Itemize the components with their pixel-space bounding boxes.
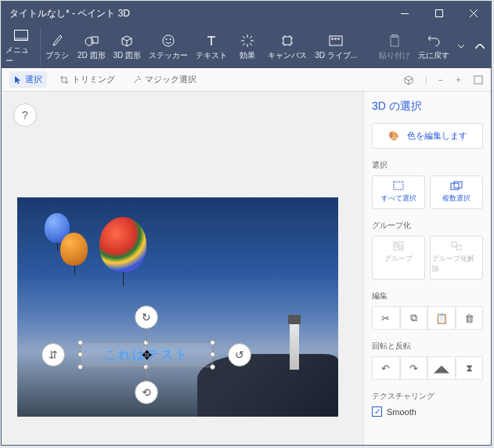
ribbon-effects[interactable]: 効果 xyxy=(231,33,264,61)
rotate-x-button[interactable]: ↻ xyxy=(135,305,158,329)
depth-button[interactable]: ⇵ xyxy=(41,343,65,367)
svg-rect-39 xyxy=(395,244,398,247)
rotate-y-button[interactable]: ↺ xyxy=(228,343,251,367)
flip-horizontal-button[interactable]: ◢◣ xyxy=(427,356,456,380)
cut-button[interactable]: ✂ xyxy=(372,306,400,330)
svg-line-18 xyxy=(243,43,245,45)
resize-handle[interactable] xyxy=(210,364,215,370)
app-window: タイトルなし* - ペイント 3D メニュー ブラシ 2D 図形 3D 図形 ス… xyxy=(1,1,492,446)
ribbon-label: ブラシ xyxy=(45,50,69,61)
ribbon-collapse[interactable] xyxy=(469,44,491,49)
copy-button[interactable]: ⧉ xyxy=(400,306,428,330)
help-button[interactable]: ? xyxy=(13,103,37,127)
content-area: ? これはテスト ✥ xyxy=(2,92,491,445)
tool-crop[interactable]: トリミング xyxy=(55,71,120,88)
edit-colors-button[interactable]: 🎨 色を編集します xyxy=(372,123,483,149)
canvas[interactable]: これはテスト ✥ ↻ ⟲ ⇵ ↺ xyxy=(17,197,338,417)
ribbon-label: 効果 xyxy=(240,50,255,61)
ribbon-text[interactable]: テキスト xyxy=(192,33,231,61)
svg-rect-40 xyxy=(398,245,402,248)
canvas-icon xyxy=(281,33,294,49)
svg-rect-31 xyxy=(337,38,340,40)
text-selection[interactable]: これはテスト ✥ ↻ ⟲ ⇵ ↺ xyxy=(80,342,213,367)
resize-handle[interactable] xyxy=(78,340,83,345)
ribbon-label: 元に戻す xyxy=(418,50,449,61)
resize-handle[interactable] xyxy=(78,352,83,357)
shapes-3d-icon xyxy=(120,33,134,49)
svg-rect-42 xyxy=(456,245,461,250)
canvas-area[interactable]: ? これはテスト ✥ xyxy=(2,92,363,445)
svg-rect-5 xyxy=(14,38,27,41)
rotate-stem xyxy=(146,329,147,343)
minimize-button[interactable] xyxy=(388,2,422,25)
magic-icon xyxy=(132,75,142,85)
ribbon-label: 3D ライブ... xyxy=(315,50,357,61)
section-label: テクスチャリング xyxy=(372,391,483,402)
zoom-out-button[interactable]: − xyxy=(438,75,443,85)
flip-vertical-button[interactable]: ⧗ xyxy=(456,356,484,380)
resize-handle[interactable] xyxy=(78,364,83,370)
zoom-fit-button[interactable] xyxy=(474,75,483,85)
crop-icon xyxy=(59,75,69,85)
ribbon-label: ステッカー xyxy=(149,50,188,61)
section-label: 編集 xyxy=(372,291,483,302)
ribbon-label: 3D 図形 xyxy=(114,50,142,61)
svg-point-10 xyxy=(170,38,171,40)
divider: | xyxy=(425,75,427,85)
chevron-down-icon xyxy=(458,45,464,49)
ribbon-2d[interactable]: 2D 図形 xyxy=(74,33,110,61)
tool-label: マジック選択 xyxy=(145,74,197,85)
window-controls xyxy=(388,2,491,25)
palette-icon: 🎨 xyxy=(388,131,399,141)
tool-magic-select[interactable]: マジック選択 xyxy=(128,71,201,88)
close-button[interactable] xyxy=(456,2,491,25)
button-label: すべて選択 xyxy=(381,193,416,204)
ribbon-history-dropdown[interactable] xyxy=(453,45,469,49)
resize-handle[interactable] xyxy=(210,352,215,357)
svg-rect-30 xyxy=(334,38,337,40)
ungroup-button: グループ化解除 xyxy=(430,236,483,280)
rotate-stem xyxy=(146,367,147,381)
shapes-2d-icon xyxy=(85,33,99,49)
text-icon xyxy=(206,33,217,49)
view-3d-button[interactable] xyxy=(403,74,414,85)
select-all-button[interactable]: すべて選択 xyxy=(372,175,425,209)
side-panel: 3D の選択 🎨 色を編集します 選択 すべて選択 複数選択 グループ化 xyxy=(363,92,491,445)
group-button: グループ xyxy=(372,236,425,280)
rotate-left-button[interactable]: ↶ xyxy=(372,356,400,380)
svg-rect-29 xyxy=(331,38,334,40)
rotate-z-button[interactable]: ⟲ xyxy=(135,381,158,404)
svg-rect-28 xyxy=(330,36,342,45)
resize-handle[interactable] xyxy=(210,340,215,345)
menu-button[interactable]: メニュー xyxy=(2,27,41,67)
multi-select-button[interactable]: 複数選択 xyxy=(430,175,483,209)
button-label: グループ xyxy=(384,254,413,264)
tool-select[interactable]: 選択 xyxy=(9,71,47,88)
rotate-right-button[interactable]: ↷ xyxy=(400,356,428,380)
tool-label: 選択 xyxy=(25,74,42,85)
ribbon-3dlibrary[interactable]: 3D ライブ... xyxy=(311,33,361,61)
ribbon-3d[interactable]: 3D 図形 xyxy=(110,33,146,61)
zoom-in-button[interactable]: ＋ xyxy=(454,74,463,85)
svg-rect-36 xyxy=(451,183,459,190)
smooth-checkbox[interactable]: ✓ Smooth xyxy=(372,406,483,417)
ribbon-label: キャンバス xyxy=(268,50,307,61)
ribbon-canvas[interactable]: キャンバス xyxy=(264,33,311,61)
group-icon xyxy=(393,241,404,251)
button-label: グループ化解除 xyxy=(432,254,481,274)
checkbox-label: Smooth xyxy=(387,407,416,417)
image-balloon xyxy=(60,233,88,266)
ribbon-brushes[interactable]: ブラシ xyxy=(41,33,74,61)
maximize-button[interactable] xyxy=(422,2,456,25)
brush-icon xyxy=(51,33,63,49)
svg-line-16 xyxy=(250,43,252,45)
ribbon-undo[interactable]: 元に戻す xyxy=(414,33,453,61)
section-label: 回転と反転 xyxy=(372,341,483,352)
sticker-icon xyxy=(162,33,175,49)
svg-rect-19 xyxy=(283,37,291,45)
delete-button[interactable]: 🗑 xyxy=(456,306,484,330)
svg-line-17 xyxy=(250,36,252,38)
ribbon-stickers[interactable]: ステッカー xyxy=(145,33,192,61)
undo-icon xyxy=(427,33,440,49)
ribbon-label: 2D 図形 xyxy=(78,50,106,61)
